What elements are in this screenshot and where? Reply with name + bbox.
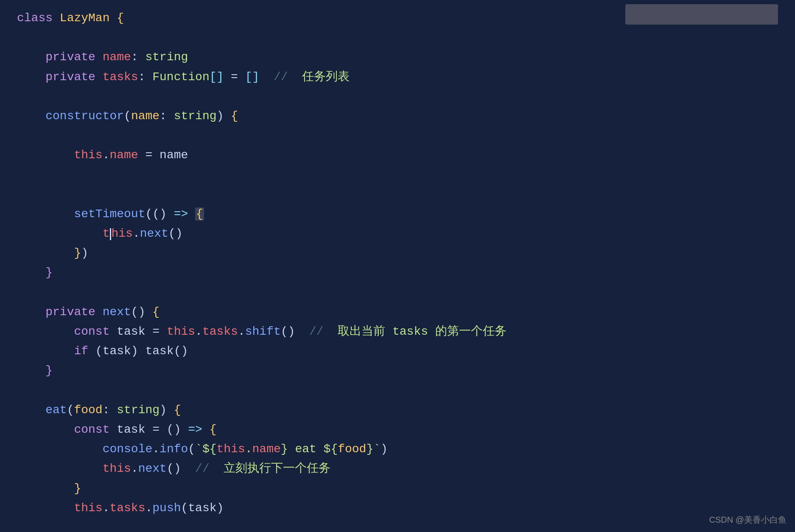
code-line-14: } xyxy=(17,263,778,283)
code-line-6: constructor(name: string) { xyxy=(17,106,778,126)
search-box[interactable] xyxy=(625,4,778,25)
code-line-18: if (task) task() xyxy=(17,342,778,361)
code-line-26: this.tasks.push(task) xyxy=(17,498,778,518)
code-line-10 xyxy=(17,185,778,204)
code-line-23: console.info(`${this.name} eat ${food}`) xyxy=(17,440,778,459)
code-editor: class LazyMan { private name: string pri… xyxy=(0,0,795,532)
code-line-3: private name: string xyxy=(17,48,778,67)
code-line-13: }) xyxy=(17,244,778,263)
code-line-24: this.next() // 立刻执行下一个任务 xyxy=(17,459,778,479)
code-line-9 xyxy=(17,165,778,185)
code-line-11: setTimeout(() => { xyxy=(17,204,778,224)
watermark: CSDN @美香小白鱼 xyxy=(709,513,787,526)
code-content: class LazyMan { private name: string pri… xyxy=(17,8,778,518)
code-line-16: private next() { xyxy=(17,302,778,322)
code-line-20 xyxy=(17,381,778,400)
code-line-2 xyxy=(17,28,778,48)
code-line-25: } xyxy=(17,479,778,498)
code-line-4: private tasks: Function[] = [] // 任务列表 xyxy=(17,67,778,87)
code-line-5 xyxy=(17,87,778,106)
code-line-7 xyxy=(17,126,778,146)
code-line-22: const task = () => { xyxy=(17,420,778,440)
code-line-15 xyxy=(17,283,778,302)
code-line-21: eat(food: string) { xyxy=(17,400,778,420)
code-line-12: this.next() xyxy=(17,224,778,244)
code-line-17: const task = this.tasks.shift() // 取出当前 … xyxy=(17,322,778,342)
code-line-19: } xyxy=(17,361,778,381)
code-line-8: this.name = name xyxy=(17,146,778,165)
